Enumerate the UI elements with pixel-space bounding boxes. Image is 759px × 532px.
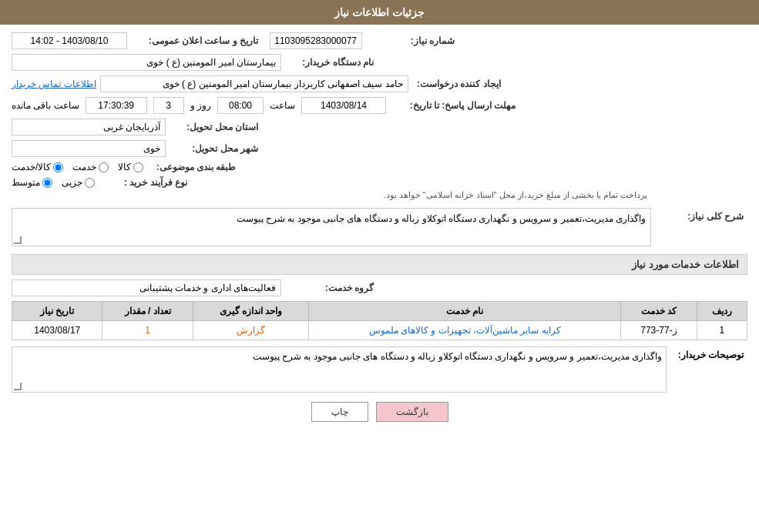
content-area: شماره نیاز: 1103095283000077 تاریخ و ساع… [0, 25, 759, 437]
process-row: نوع فرآیند خرید : جزیی متوسط پرداخت تمام… [12, 177, 747, 203]
radio-kala-khedmat-label: کالا/خدمت [12, 162, 51, 172]
need-number-value: 1103095283000077 [270, 32, 362, 49]
deadline-row: مهلت ارسال پاسخ: تا تاریخ: 1403/08/14 سا… [12, 97, 747, 114]
category-row: طبقه بندی موضوعی: کالا خدمت کالا/خدمت [12, 162, 747, 172]
deadline-date: 1403/08/14 [301, 97, 386, 114]
col-row: ردیف [697, 302, 747, 321]
radio-motavaset[interactable] [42, 178, 52, 188]
process-notice: پرداخت تمام یا بخشی از مبلغ خرید،از محل … [12, 190, 747, 200]
city-value: خوی [12, 140, 166, 157]
creator-value: حامد سیف اصفهانی کاربرداز بیمارستان امیر… [100, 75, 408, 92]
announce-value: 1403/08/10 - 14:02 [12, 32, 127, 49]
services-table: ردیف کد خدمت نام خدمت واحد اندازه گیری ت… [12, 301, 747, 340]
buyer-name-value: بیمارستان امیر المومنین (ع ) خوی [12, 54, 281, 71]
page-wrapper: جزئیات اطلاعات نیاز شماره نیاز: 11030952… [0, 0, 759, 532]
need-desc-value: واگذاری مدیریت،تعمیر و سرویس و نگهداری د… [12, 208, 651, 246]
province-label: استان محل تحویل: [166, 122, 258, 132]
service-group-value: فعالیت‌های اداری و خدمات پشتیبانی [12, 279, 281, 296]
buyer-desc-resize-handle [14, 383, 22, 390]
need-number-label: شماره نیاز: [362, 35, 455, 46]
radio-kala-khedmat[interactable] [53, 162, 63, 172]
buyer-desc-label: توصیحات خریدار: [667, 346, 744, 360]
content-inner: شماره نیاز: 1103095283000077 تاریخ و ساع… [12, 32, 747, 422]
services-section-header: اطلاعات خدمات مورد نیاز [12, 254, 747, 275]
table-body: 1 ز-77-773 کرایه سایر ماشین‌آلات، تجهیزا… [12, 321, 747, 340]
action-row: بازگشت چاپ [12, 402, 747, 422]
cell-qty: 1 [102, 321, 193, 340]
creator-row: ایجاد کننده درخواست: حامد سیف اصفهانی کا… [12, 75, 747, 92]
need-desc-container: واگذاری مدیریت،تعمیر و سرویس و نگهداری د… [12, 208, 651, 246]
resize-handle [14, 236, 22, 244]
province-value: آذربایجان غربی [12, 119, 166, 136]
deadline-days: 3 [153, 97, 184, 114]
creator-link[interactable]: اطلاعات تماس خریدار [12, 79, 96, 89]
buyer-desc-row: توصیحات خریدار: واگذاری مدیریت،تعمیر و س… [12, 346, 747, 393]
deadline-days-label: روز و [190, 100, 211, 111]
page-title: جزئیات اطلاعات نیاز [334, 6, 425, 18]
buyer-name-label: نام دستگاه خریدار: [281, 57, 374, 68]
buyer-name-row: نام دستگاه خریدار: بیمارستان امیر المومن… [12, 54, 747, 71]
print-button[interactable]: چاپ [311, 402, 368, 422]
col-name: نام خدمت [309, 302, 621, 321]
category-radio-kala: کالا [118, 162, 143, 172]
category-radio-group: کالا خدمت کالا/خدمت [12, 162, 143, 172]
cell-name: کرایه سایر ماشین‌آلات، تجهیزات و کالاهای… [309, 321, 621, 340]
process-radio-jozi: جزیی [62, 177, 95, 188]
radio-jozi-label: جزیی [62, 177, 82, 188]
deadline-remaining: 17:30:39 [86, 97, 147, 114]
category-radio-khedmat: خدمت [72, 162, 109, 172]
process-label: نوع فرآیند خرید : [95, 177, 187, 188]
radio-motavaset-label: متوسط [12, 177, 40, 188]
process-radio-group: جزیی متوسط [12, 177, 95, 188]
city-label: شهر محل تحویل: [166, 143, 258, 154]
cell-date: 1403/08/17 [12, 321, 102, 340]
page-header: جزئیات اطلاعات نیاز [0, 0, 759, 25]
need-desc-label: شرح کلی نیاز: [651, 208, 744, 222]
col-unit: واحد اندازه گیری [193, 302, 308, 321]
announce-label: تاریخ و ساعت اعلان عمومی: [127, 35, 258, 46]
cell-code: ز-77-773 [621, 321, 697, 340]
service-group-row: گروه خدمت: فعالیت‌های اداری و خدمات پشتی… [12, 279, 747, 296]
col-code: کد خدمت [621, 302, 697, 321]
table-head: ردیف کد خدمت نام خدمت واحد اندازه گیری ت… [12, 302, 747, 321]
deadline-remaining-label: ساعت باقی مانده [12, 100, 79, 111]
cell-row: 1 [697, 321, 747, 340]
table-header-row: ردیف کد خدمت نام خدمت واحد اندازه گیری ت… [12, 302, 747, 321]
deadline-time: 08:00 [217, 97, 264, 114]
radio-kala[interactable] [133, 162, 143, 172]
city-row: شهر محل تحویل: خوی [12, 140, 747, 157]
back-button[interactable]: بازگشت [376, 402, 448, 422]
deadline-label: مهلت ارسال پاسخ: تا تاریخ: [392, 100, 516, 111]
radio-khedmat[interactable] [99, 162, 109, 172]
deadline-time-label: ساعت [270, 100, 295, 111]
category-radio-kala-khedmat: کالا/خدمت [12, 162, 63, 172]
need-desc-row: شرح کلی نیاز: واگذاری مدیریت،تعمیر و سرو… [12, 208, 747, 246]
process-radio-motavaset: متوسط [12, 177, 52, 188]
table-row: 1 ز-77-773 کرایه سایر ماشین‌آلات، تجهیزا… [12, 321, 747, 340]
radio-khedmat-label: خدمت [72, 162, 96, 172]
top-row: شماره نیاز: 1103095283000077 تاریخ و ساع… [12, 32, 747, 49]
category-label: طبقه بندی موضوعی: [143, 162, 236, 172]
province-row: استان محل تحویل: آذربایجان غربی [12, 119, 747, 136]
service-group-label: گروه خدمت: [281, 283, 374, 293]
radio-jozi[interactable] [85, 178, 95, 188]
cell-unit: گزارش [193, 321, 308, 340]
col-qty: تعداد / مقدار [102, 302, 193, 321]
radio-kala-label: کالا [118, 162, 131, 172]
creator-label: ایجاد کننده درخواست: [408, 79, 501, 89]
buyer-desc-box: واگذاری مدیریت،تعمیر و سرویس و نگهداری د… [12, 346, 667, 393]
col-date: تاریخ نیاز [12, 302, 102, 321]
